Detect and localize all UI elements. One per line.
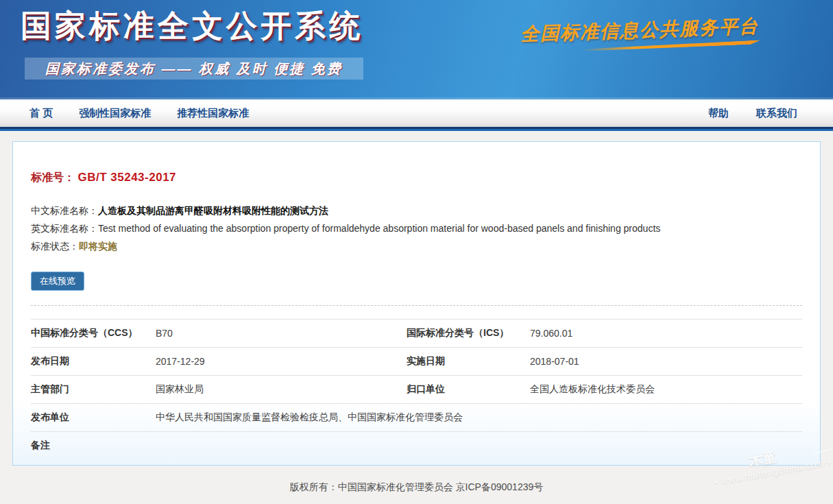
table-row: 发布单位 中华人民共和国国家质量监督检验检疫总局、中国国家标准化管理委员会 (31, 403, 802, 431)
implement-date-label: 实施日期 (407, 355, 530, 368)
nav-item-home[interactable]: 首 页 (29, 107, 53, 120)
cn-name-line: 中文标准名称：人造板及其制品游离甲醛吸附材料吸附性能的测试方法 (31, 202, 802, 219)
status-label: 标准状态： (31, 241, 79, 252)
cn-name-value: 人造板及其制品游离甲醛吸附材料吸附性能的测试方法 (98, 205, 328, 216)
platform-slogan: 全国标准信息公共服务平台 (520, 14, 759, 47)
main-content: 标准号： GB/T 35243-2017 中文标准名称：人造板及其制品游离甲醛吸… (0, 131, 833, 466)
nav-item-help[interactable]: 帮助 (708, 107, 729, 120)
nav-right-group: 帮助 联系我们 (708, 107, 797, 120)
implement-date-value: 2018-07-01 (530, 356, 802, 367)
standard-info-lines: 中文标准名称：人造板及其制品游离甲醛吸附材料吸附性能的测试方法 英文标准名称：T… (31, 202, 802, 255)
table-row: 备注 (31, 431, 802, 459)
copyright-text: 版权所有：中国国家标准化管理委员会 京ICP备09001239号 (290, 481, 544, 492)
standard-detail-panel: 标准号： GB/T 35243-2017 中文标准名称：人造板及其制品游离甲醛吸… (12, 141, 821, 466)
ics-label: 国际标准分类号（ICS） (407, 327, 530, 339)
site-header: 国家标准全文公开系统 国家标准委发布 —— 权威 及时 便捷 免费 全国标准信息… (0, 0, 833, 99)
en-name-label: 英文标准名称： (31, 223, 98, 234)
details-table: 中国标准分类号（CCS） B70 国际标准分类号（ICS） 79.060.01 … (31, 319, 802, 459)
table-row: 主管部门 国家林业局 归口单位 全国人造板标准化技术委员会 (31, 375, 802, 403)
committee-value: 全国人造板标准化技术委员会 (530, 383, 802, 396)
table-row: 发布日期 2017-12-29 实施日期 2018-07-01 (31, 347, 802, 375)
publish-date-value: 2017-12-29 (156, 356, 407, 367)
main-nav: 首 页 强制性国家标准 推荐性国家标准 帮助 联系我们 (0, 99, 833, 127)
nav-item-contact-us[interactable]: 联系我们 (756, 107, 797, 120)
page-footer: 版权所有：中国国家标准化管理委员会 京ICP备09001239号 (0, 466, 833, 494)
online-preview-button[interactable]: 在线预览 (31, 272, 84, 291)
status-value: 即将实施 (79, 241, 117, 252)
publisher-label: 发布单位 (31, 411, 156, 424)
cn-name-label: 中文标准名称： (31, 205, 98, 216)
standard-number-label: 标准号： (31, 171, 75, 183)
authority-value: 国家林业局 (156, 383, 407, 396)
publisher-value: 中华人民共和国国家质量监督检验检疫总局、中国国家标准化管理委员会 (156, 411, 802, 424)
authority-label: 主管部门 (31, 383, 156, 396)
remarks-label: 备注 (31, 440, 156, 452)
ccs-label: 中国标准分类号（CCS） (31, 327, 156, 339)
nav-item-recommended-standards[interactable]: 推荐性国家标准 (177, 107, 249, 120)
en-name-line: 英文标准名称：Test method of evaluating the abs… (31, 219, 802, 237)
ics-value: 79.060.01 (530, 328, 802, 339)
committee-label: 归口单位 (407, 383, 530, 396)
nav-item-mandatory-standards[interactable]: 强制性国家标准 (79, 107, 151, 120)
publish-date-label: 发布日期 (31, 355, 156, 368)
table-row: 中国标准分类号（CCS） B70 国际标准分类号（ICS） 79.060.01 (31, 319, 802, 347)
dashed-divider (31, 305, 802, 306)
standard-number-line: 标准号： GB/T 35243-2017 (31, 142, 802, 185)
status-line: 标准状态：即将实施 (31, 237, 802, 255)
en-name-value: Test method of evaluating the absorption… (98, 223, 660, 234)
standard-number-value: GB/T 35243-2017 (77, 171, 176, 184)
site-title: 国家标准全文公开系统 (21, 5, 363, 47)
nav-left-group: 首 页 强制性国家标准 推荐性国家标准 (29, 107, 249, 120)
site-subtitle: 国家标准委发布 —— 权威 及时 便捷 免费 (25, 58, 363, 80)
ccs-value: B70 (156, 328, 407, 339)
